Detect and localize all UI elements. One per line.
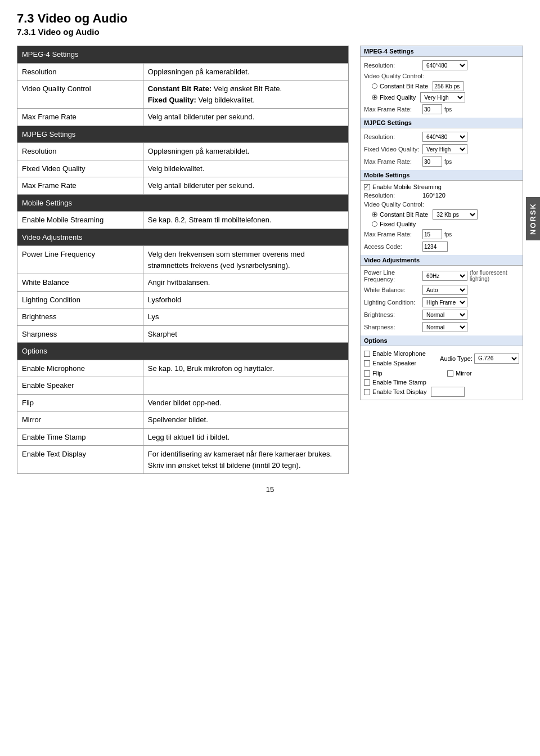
vadj-sharp-row: Sharpness: Normal [364, 321, 519, 333]
mjpeg-fvq-label: Fixed Video Quality: [364, 146, 420, 153]
mobile-panel-title: Mobile Settings [361, 170, 523, 181]
row-value: Velg antall bilderuter per sekund. [143, 109, 348, 126]
section-header-vadj: Video Adjustments [17, 229, 349, 246]
mobile-cbr-radio[interactable] [372, 212, 377, 217]
mjpeg-fps-label: fps [444, 159, 452, 165]
vadj-sharp-label: Sharpness: [364, 324, 420, 330]
page-subtitle: 7.3.1 Video og Audio [17, 27, 523, 37]
opt-audio-type-label: Audio Type: [440, 355, 472, 362]
mobile-access-row: Access Code: [364, 240, 519, 253]
mobile-fps-label: fps [444, 231, 452, 238]
row-label: Fixed Video Quality [17, 160, 143, 177]
vadj-wb-row: White Balance: Auto [364, 284, 519, 296]
mobile-mfr-input[interactable] [422, 229, 442, 239]
mpeg4-fq-radio[interactable] [372, 95, 377, 100]
ui-panel-inner: MPEG-4 Settings Resolution: 640*480 Vide… [360, 46, 523, 400]
mpeg4-fq-select[interactable]: Very High [420, 92, 465, 102]
mobile-fq-row: Fixed Quality [364, 220, 519, 228]
table-row: Options [17, 343, 349, 360]
mjpeg-resolution-row: Resolution: 640*480 [364, 131, 519, 143]
vadj-lc-select[interactable]: High Frame [422, 297, 467, 307]
mobile-enable-checkbox[interactable] [364, 184, 370, 190]
mpeg4-cbr-row: Constant Bit Rate [364, 80, 519, 92]
mobile-cbr-label: Constant Bit Rate [380, 211, 428, 218]
table-row: Flip Vender bildet opp-ned. [17, 394, 349, 411]
mjpeg-panel-title: MJPEG Settings [361, 118, 523, 128]
section-header-mjpeg: MJPEG Settings [17, 126, 349, 143]
mpeg4-resolution-select[interactable]: 640*480 [422, 60, 467, 70]
vadj-wb-select[interactable]: Auto [422, 285, 467, 295]
table-row: Resolution Oppløsningen på kamerabildet. [17, 143, 349, 160]
ui-panel: MPEG-4 Settings Resolution: 640*480 Vide… [360, 46, 523, 400]
opt-flip-row: Flip [364, 369, 436, 377]
table-row: Fixed Video Quality Velg bildekvalitet. [17, 160, 349, 177]
mobile-mfr-row: Max Frame Rate: fps [364, 228, 519, 240]
row-label: White Balance [17, 274, 143, 292]
table-row: Mobile Settings [17, 194, 349, 212]
row-label: Mirror [17, 411, 143, 429]
row-value: Lysforhold [143, 291, 348, 308]
mobile-cbr-select[interactable]: 32 Kb ps [433, 209, 478, 220]
opt-flip-checkbox[interactable] [364, 370, 370, 377]
table-row: Lighting Condition Lysforhold [17, 291, 349, 308]
opt-textdisplay-checkbox[interactable] [364, 389, 370, 395]
mobile-section: Enable Mobile Streaming Resolution: 160*… [361, 181, 523, 255]
opt-mic-checkbox[interactable] [364, 351, 370, 357]
table-row: Max Frame Rate Velg antall bilderuter pe… [17, 109, 349, 126]
mpeg4-cbr-radio[interactable] [372, 83, 377, 89]
opt-audio-type-select[interactable]: G.726 [474, 354, 519, 364]
mjpeg-resolution-select[interactable]: 640*480 [422, 132, 467, 142]
mpeg4-mfr-row: Max Frame Rate: fps [364, 103, 519, 115]
mjpeg-fvq-row: Fixed Video Quality: Very High [364, 143, 519, 155]
mpeg4-cbr-input[interactable] [433, 81, 464, 91]
row-value: Speilvender bildet. [143, 411, 348, 429]
mjpeg-resolution-label: Resolution: [364, 133, 420, 140]
mobile-access-label: Access Code: [364, 243, 420, 250]
table-row: MPEG-4 Settings [17, 46, 349, 64]
section-header-mobile: Mobile Settings [17, 194, 349, 212]
options-section: Enable Microphone Enable Speaker Audio T… [361, 346, 523, 400]
page-title: 7.3 Video og Audio [17, 11, 523, 26]
table-row: Enable Mobile Streaming Se kap. 8.2, Str… [17, 212, 349, 229]
mobile-fq-radio[interactable] [372, 221, 377, 227]
row-value: Constant Bit Rate: Velg ønsket Bit Rate.… [143, 80, 348, 109]
row-value: Oppløsningen på kamerabildet. [143, 143, 348, 160]
table-row: White Balance Angir hvitbalansen. [17, 274, 349, 292]
table-row: Brightness Lys [17, 308, 349, 326]
row-value: Angir hvitbalansen. [143, 274, 348, 292]
vadj-plf-row: Power Line Frequency: 60Hz (for fluoresc… [364, 268, 519, 284]
opt-timestamp-row: Enable Time Stamp [364, 378, 519, 386]
mpeg4-panel-title: MPEG-4 Settings [361, 46, 523, 57]
opt-flip-label: Flip [372, 370, 382, 377]
row-value: Legg til aktuell tid i bildet. [143, 428, 348, 446]
table-row: Enable Text Display For identifisering a… [17, 446, 349, 474]
mpeg4-fq-label: Fixed Quality [380, 94, 416, 101]
vadj-sharp-select[interactable]: Normal [422, 322, 467, 332]
section-header-options: Options [17, 343, 349, 360]
row-value: Vender bildet opp-ned. [143, 394, 348, 411]
vadj-section: Power Line Frequency: 60Hz (for fluoresc… [361, 266, 523, 335]
vadj-plf-select[interactable]: 60Hz [422, 271, 467, 281]
vadj-bright-select[interactable]: Normal [422, 310, 467, 320]
mpeg4-resolution-row: Resolution: 640*480 [364, 59, 519, 71]
mobile-enable-label: Enable Mobile Streaming [372, 184, 442, 190]
row-label: Max Frame Rate [17, 109, 143, 126]
row-value: Se kap. 10, Bruk mikrofon og høyttaler. [143, 360, 348, 377]
mpeg4-mfr-input[interactable] [422, 104, 442, 114]
mpeg4-resolution-label: Resolution: [364, 62, 420, 69]
opt-textdisplay-input[interactable] [431, 387, 465, 397]
mjpeg-mfr-input[interactable] [422, 156, 442, 167]
opt-speaker-row: Enable Speaker [364, 359, 435, 367]
mjpeg-fvq-select[interactable]: Very High [422, 144, 467, 154]
vadj-bright-row: Brightness: Normal [364, 308, 519, 321]
mobile-access-input[interactable] [422, 241, 448, 252]
row-label: Max Frame Rate [17, 177, 143, 195]
row-value: Lys [143, 308, 348, 326]
table-row: Enable Speaker [17, 377, 349, 395]
opt-mirror-checkbox[interactable] [447, 370, 453, 377]
opt-speaker-checkbox[interactable] [364, 360, 370, 366]
opt-timestamp-checkbox[interactable] [364, 379, 370, 386]
row-value: Se kap. 8.2, Stream til mobiltelefonen. [143, 212, 348, 229]
mobile-fq-label: Fixed Quality [380, 221, 416, 227]
table-row: Video Adjustments [17, 229, 349, 246]
